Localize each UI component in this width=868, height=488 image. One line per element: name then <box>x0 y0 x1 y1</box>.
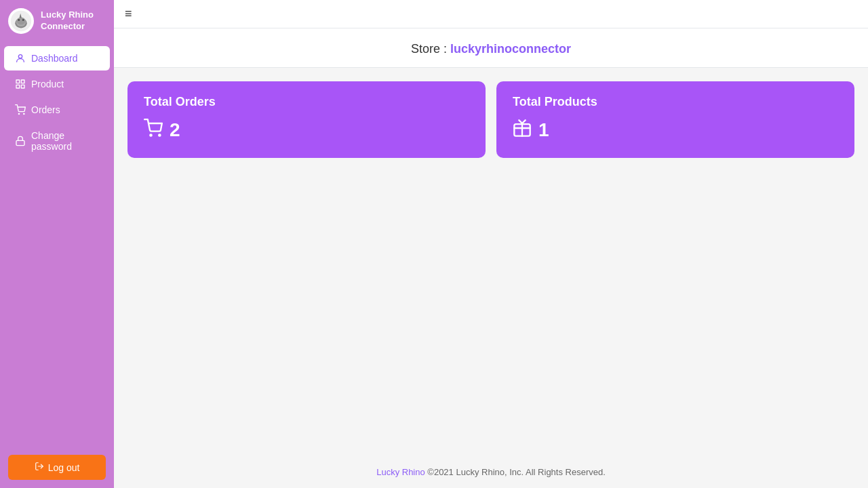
sidebar-footer: Log out <box>0 447 114 488</box>
svg-point-7 <box>18 55 22 58</box>
sidebar-item-dashboard[interactable]: Dashboard <box>4 46 110 70</box>
shopping-cart-icon <box>15 104 26 115</box>
total-orders-value: 2 <box>144 119 469 142</box>
total-products-card: Total Products 1 <box>496 81 854 158</box>
logout-button[interactable]: Log out <box>8 455 106 480</box>
svg-point-5 <box>18 19 20 20</box>
brand-name: Lucky Rhino Connector <box>41 9 94 33</box>
svg-point-17 <box>159 134 160 136</box>
svg-rect-10 <box>16 85 20 88</box>
total-products-value: 1 <box>513 119 838 142</box>
svg-rect-14 <box>16 140 24 145</box>
sidebar-item-label: Orders <box>31 104 60 115</box>
sidebar-item-orders[interactable]: Orders <box>4 98 110 122</box>
box-icon <box>513 119 532 142</box>
stats-row: Total Orders 2 Total Products <box>127 81 854 158</box>
store-name: luckyrhinoconnector <box>450 42 571 56</box>
total-orders-card: Total Orders 2 <box>127 81 486 158</box>
footer: Lucky Rhino ©2021 Lucky Rhino, Inc. All … <box>114 456 868 488</box>
store-header: Store : luckyrhinoconnector <box>114 28 868 68</box>
sidebar-item-label: Change password <box>31 130 99 152</box>
grid-icon <box>15 79 26 89</box>
topbar: ≡ <box>114 0 868 28</box>
lock-icon <box>15 136 26 146</box>
sidebar: Lucky Rhino Connector Dashboard Product <box>0 0 114 488</box>
store-prefix: Store : <box>411 42 450 56</box>
logout-icon <box>35 462 44 473</box>
sidebar-item-change-password[interactable]: Change password <box>4 123 110 159</box>
content-area: Store : luckyrhinoconnector Total Orders <box>114 28 868 488</box>
footer-copyright: ©2021 Lucky Rhino, Inc. All Rights Reser… <box>425 467 606 477</box>
svg-rect-9 <box>21 80 24 83</box>
sidebar-item-label: Product <box>31 79 64 89</box>
svg-point-16 <box>150 134 151 136</box>
svg-point-6 <box>22 19 24 20</box>
svg-point-13 <box>24 113 24 114</box>
svg-rect-8 <box>16 80 20 83</box>
sidebar-item-product[interactable]: Product <box>4 72 110 96</box>
main-content: ≡ Store : luckyrhinoconnector Total Orde… <box>114 0 868 488</box>
brand-logo <box>8 8 34 34</box>
sidebar-item-label: Dashboard <box>31 53 78 64</box>
cart-icon <box>144 119 163 142</box>
hamburger-icon[interactable]: ≡ <box>125 7 132 21</box>
footer-link[interactable]: Lucky Rhino <box>376 467 425 477</box>
svg-rect-11 <box>21 85 24 88</box>
sidebar-brand: Lucky Rhino Connector <box>0 0 114 42</box>
sidebar-nav: Dashboard Product Orders <box>0 42 114 447</box>
svg-point-12 <box>18 113 19 114</box>
svg-point-3 <box>17 17 26 24</box>
dashboard-body: Total Orders 2 Total Products <box>114 68 868 488</box>
total-products-title: Total Products <box>513 95 838 109</box>
total-orders-title: Total Orders <box>144 95 469 109</box>
user-circle-icon <box>15 53 26 64</box>
